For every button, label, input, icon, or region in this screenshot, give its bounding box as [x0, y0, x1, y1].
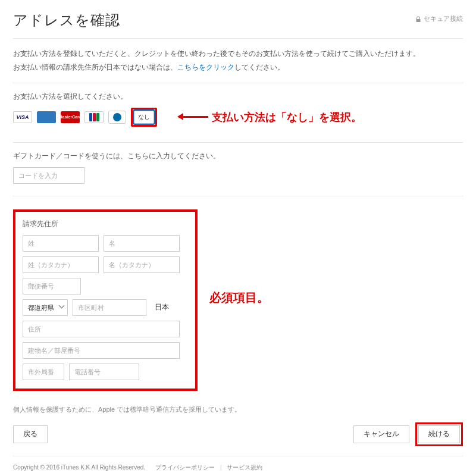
copyright-text: Copyright © 2016 iTunes K.K All Rights R… [13, 464, 145, 471]
secure-label: セキュア接続 [424, 14, 463, 23]
firstname-kana-input[interactable] [104, 256, 180, 273]
areacode-input[interactable] [23, 364, 64, 380]
postalcode-input[interactable] [23, 278, 81, 295]
annotation-highlight-none: なし [131, 108, 157, 127]
visa-card-icon[interactable]: VISA [13, 111, 32, 123]
divider [13, 196, 463, 196]
intro-line1: お支払い方法を登録していただくと、クレジットを使い終わった後でもそのお支払い方法… [13, 47, 463, 61]
secure-badge: セキュア接続 [415, 14, 463, 23]
amex-card-icon[interactable] [37, 111, 56, 123]
city-input[interactable] [73, 299, 146, 316]
mastercard-icon[interactable]: MasterCard [61, 111, 80, 123]
firstname-input[interactable] [104, 235, 180, 252]
building-input[interactable] [23, 342, 180, 359]
giftcard-label: ギフトカード／コードを使うには、こちらに入力してください。 [13, 151, 463, 161]
annotation-highlight-continue: 続ける [415, 422, 463, 446]
annotation-required: 必須項目。 [209, 290, 269, 306]
lastname-input[interactable] [23, 235, 99, 252]
billing-address-title: 請求先住所 [23, 219, 188, 229]
giftcard-input[interactable] [13, 167, 84, 184]
continue-button[interactable]: 続ける [418, 425, 460, 443]
divider [13, 142, 463, 143]
annotation-payment: 支払い方法は「なし」を選択。 [178, 110, 362, 124]
lock-icon [415, 16, 421, 22]
arrow-left-icon [178, 116, 208, 118]
diners-card-icon[interactable] [108, 111, 126, 124]
privacy-note: 個人情報を保護するために、Apple では標準暗号通信方式を採用しています。 [13, 405, 463, 414]
lastname-kana-input[interactable] [23, 256, 99, 273]
annotation-highlight-address: 請求先住所 都道府県 日本 [13, 209, 198, 391]
country-label: 日本 [155, 302, 169, 312]
back-button[interactable]: 戻る [13, 425, 48, 443]
payment-label: お支払い方法を選択してください。 [13, 92, 463, 102]
divider [13, 38, 463, 39]
annotation-payment-text: 支払い方法は「なし」を選択。 [212, 110, 362, 124]
prefecture-select[interactable]: 都道府県 [23, 299, 68, 316]
page-title: アドレスを確認 [13, 11, 120, 30]
street-input[interactable] [23, 321, 180, 337]
intro-line2: お支払い情報の請求先住所が日本ではない場合は、こちらをクリックしてください。 [13, 61, 463, 74]
terms-link[interactable]: サービス規約 [227, 464, 262, 471]
payment-none-option[interactable]: なし [134, 111, 154, 124]
privacy-policy-link[interactable]: プライバシーポリシー [155, 464, 215, 471]
phone-input[interactable] [69, 364, 139, 380]
intro-text: お支払い方法を登録していただくと、クレジットを使い終わった後でもそのお支払い方法… [13, 47, 463, 74]
footer: Copyright © 2016 iTunes K.K All Rights R… [13, 456, 463, 472]
change-country-link[interactable]: こちらをクリック [177, 63, 234, 71]
separator: | [220, 464, 222, 471]
cancel-button[interactable]: キャンセル [353, 425, 409, 443]
jcb-card-icon[interactable] [84, 111, 104, 123]
divider [13, 83, 463, 83]
